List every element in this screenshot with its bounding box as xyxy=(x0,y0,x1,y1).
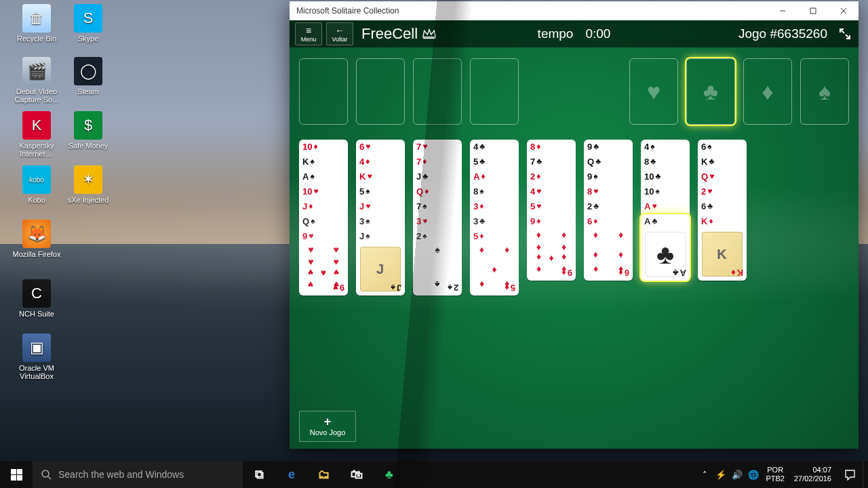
show-desktop-button[interactable] xyxy=(863,461,868,488)
card-corner-tl: 7♣ xyxy=(530,157,572,166)
edge-icon: e xyxy=(288,468,295,482)
back-button[interactable]: ← Voltar xyxy=(326,22,353,45)
svg-line-10 xyxy=(48,476,51,479)
game-title: FreeCell xyxy=(361,25,437,43)
svg-point-9 xyxy=(42,470,49,477)
skype-icon: S xyxy=(74,4,102,33)
desktop-icon-virtualbox[interactable]: ▣ Oracle VM VirtualBox xyxy=(11,333,62,380)
card-corner-tl: 5♣ xyxy=(473,157,515,166)
new-game-button[interactable]: + Novo Jogo xyxy=(299,411,356,442)
desktop[interactable]: 🗑 Recycle BinS Skype🎬 Debut Video Captur… xyxy=(0,0,868,488)
card-corner-tl: Q♠ xyxy=(302,217,344,226)
free-cell-2[interactable] xyxy=(413,58,462,125)
card-corner-br: A♣ xyxy=(673,268,686,278)
free-cell-0[interactable] xyxy=(299,58,348,125)
taskbar-app-task-view[interactable]: ⧉ xyxy=(243,461,275,488)
desktop-icon-recycle-bin[interactable]: 🗑 Recycle Bin xyxy=(11,4,62,43)
desktop-icon-safe-money[interactable]: $ Safe Money xyxy=(62,111,114,150)
solitaire-window: Microsoft Solitaire Collection ≡ Menu xyxy=(290,1,859,449)
tableau: 10♦ ♦♦♦♦♦♦♦♦♦♦ 10♦K♠ K K♠A♠ ♠ A♠10♥ ♥♥♥♥… xyxy=(290,140,859,296)
tray-language[interactable]: POR PTB2 xyxy=(762,466,789,483)
free-cell-3[interactable] xyxy=(470,58,519,125)
plus-icon: + xyxy=(324,416,332,427)
window-maximize-button[interactable] xyxy=(797,1,828,20)
action-center-button[interactable] xyxy=(837,461,863,488)
card-corner-tl: Q♣ xyxy=(587,157,629,166)
tableau-column-0[interactable]: 10♦ ♦♦♦♦♦♦♦♦♦♦ 10♦K♠ K K♠A♠ ♠ A♠10♥ ♥♥♥♥… xyxy=(299,140,348,296)
card-9-diamonds[interactable]: 9♦ ♦♦♦♦♦♦♦♦♦ 9♦ xyxy=(527,214,576,281)
foundation-diamonds[interactable]: ♦ xyxy=(743,58,792,125)
taskbar-app-edge[interactable]: e xyxy=(275,461,308,488)
desktop-icon-firefox[interactable]: 🦊 Mozilla Firefox xyxy=(11,220,62,258)
card-9-hearts[interactable]: 9♥ ♥♥♥♥♥♥♥♥♥ 9♥ xyxy=(299,229,348,296)
tableau-column-4[interactable]: 8♦ ♦♦♦♦♦♦♦♦ 8♦7♣ ♣♣♣♣♣♣♣ 7♣2♦ ♦♦ 2♦4♥ ♥♥… xyxy=(527,140,576,281)
card-corner-tl: J♣ xyxy=(416,172,458,181)
tray-icon-2[interactable]: 🔊 xyxy=(729,470,745,480)
foundation-spades[interactable]: ♠ xyxy=(800,58,849,125)
desktop-icon-debut[interactable]: 🎬 Debut Video Capture So... xyxy=(11,57,62,104)
window-close-button[interactable] xyxy=(828,1,859,20)
tray-icon-3[interactable]: 🌐 xyxy=(745,470,762,480)
free-cell-1[interactable] xyxy=(356,58,405,125)
card-corner-tl: J♠ xyxy=(359,232,401,241)
card-A-clubs[interactable]: A♣ ♣ A♣ xyxy=(641,214,690,281)
card-corner-tl: A♥ xyxy=(644,202,686,211)
card-K-diamonds[interactable]: K♦ K K♦ xyxy=(698,214,747,281)
card-corner-tl: Q♥ xyxy=(701,172,743,181)
card-2-spades[interactable]: 2♠ ♠♠ 2♠ xyxy=(413,229,462,296)
svg-rect-1 xyxy=(810,8,816,14)
back-label: Voltar xyxy=(332,36,347,43)
search-box[interactable]: Search the web and Windows xyxy=(33,461,243,488)
desktop-icon-label: Oracle VM VirtualBox xyxy=(11,364,62,380)
game-area: ≡ Menu ← Voltar FreeCell tempo 0:00 xyxy=(290,20,859,449)
menu-button[interactable]: ≡ Menu xyxy=(295,22,322,45)
card-corner-tl: 2♠ xyxy=(416,232,458,241)
tray-clock[interactable]: 04:07 27/02/2016 xyxy=(789,466,837,483)
card-5-diamonds[interactable]: 5♦ ♦♦♦♦♦ 5♦ xyxy=(470,229,519,296)
top-slots: ♥♣♦♠ xyxy=(290,58,859,125)
card-corner-tl: 7♦ xyxy=(416,157,458,166)
tray-icon-0[interactable]: ˄ xyxy=(696,470,713,480)
system-tray: ˄⚡🔊🌐 POR PTB2 04:07 27/02/2016 xyxy=(696,461,868,488)
tableau-column-3[interactable]: 4♣ ♣♣♣♣ 4♣5♣ ♣♣♣♣♣ 5♣A♦ ♦ A♦8♠ ♠♠♠♠♠♠♠♠ … xyxy=(470,140,519,296)
desktop-icon-label: Debut Video Capture So... xyxy=(11,87,62,104)
window-titlebar[interactable]: Microsoft Solitaire Collection xyxy=(290,1,859,20)
card-corner-tl: 3♠ xyxy=(359,217,401,226)
foundation-hearts[interactable]: ♥ xyxy=(629,58,678,125)
desktop-icon-nch[interactable]: C NCH Suite xyxy=(11,279,62,318)
windows-icon xyxy=(11,469,22,481)
tableau-column-5[interactable]: 9♣ ♣♣♣♣♣♣♣♣♣ 9♣Q♣ Q Q♣9♠ ♠♠♠♠♠♠♠♠♠ 9♠8♥ … xyxy=(584,140,633,281)
card-corner-tl: 9♠ xyxy=(587,172,629,181)
start-button[interactable] xyxy=(0,461,33,488)
card-corner-tl: 9♣ xyxy=(587,142,629,151)
safe-money-icon: $ xyxy=(74,111,102,140)
desktop-icon-label: Mozilla Firefox xyxy=(11,250,62,258)
window-minimize-button[interactable] xyxy=(767,1,797,20)
card-6-diamonds[interactable]: 6♦ ♦♦♦♦♦♦ 6♦ xyxy=(584,214,633,281)
taskbar-app-store[interactable]: 🛍 xyxy=(340,461,373,488)
desktop-icon-skype[interactable]: S Skype xyxy=(62,4,114,43)
desktop-icon-kaspersky[interactable]: K Kaspersky Internet ... xyxy=(11,111,62,158)
firefox-icon: 🦊 xyxy=(22,220,51,248)
card-corner-tl: 10♥ xyxy=(302,187,344,196)
tableau-column-7[interactable]: 6♠ ♠♠♠♠♠♠ 6♠K♣ K K♣Q♥ Q Q♥2♥ ♥♥ 2♥6♣ ♣♣♣… xyxy=(698,140,747,281)
card-J-spades[interactable]: J♠ J J♠ xyxy=(356,229,405,296)
desktop-icon-label: Steam xyxy=(62,87,114,96)
tableau-column-1[interactable]: 6♥ ♥♥♥♥♥♥ 6♥4♦ ♦♦♦♦ 4♦K♥ K K♥5♠ ♠♠♠♠♠ 5♠… xyxy=(356,140,405,296)
card-corner-tl: K♠ xyxy=(302,157,344,166)
desktop-icon-kobo[interactable]: kobo Kobo xyxy=(11,165,62,204)
card-corner-tl: A♣ xyxy=(644,217,686,226)
tableau-column-6[interactable]: 4♠ ♠♠♠♠ 4♠8♣ ♣♣♣♣♣♣♣♣ 8♣10♣ ♣♣♣♣♣♣♣♣♣♣ 1… xyxy=(641,140,690,281)
card-corner-br: K♦ xyxy=(731,268,743,278)
desktop-icon-steam[interactable]: ◯ Steam xyxy=(62,57,114,96)
desktop-icon-sxe[interactable]: ✶ sXe Injected xyxy=(62,165,114,204)
taskbar-app-solitaire[interactable]: ♣ xyxy=(373,461,406,488)
foundation-clubs[interactable]: ♣ xyxy=(686,58,735,125)
taskbar-app-explorer[interactable]: 🗂 xyxy=(308,461,340,488)
window-title: Microsoft Solitaire Collection xyxy=(290,6,399,16)
tableau-column-2[interactable]: 7♥ ♥♥♥♥♥♥♥ 7♥7♦ ♦♦♦♦♦♦♦ 7♦J♣ J J♣Q♦ Q Q♦… xyxy=(413,140,462,296)
card-corner-br: 9♦ xyxy=(561,268,572,278)
fullscreen-button[interactable] xyxy=(837,26,853,42)
clubs-icon: ♣ xyxy=(703,79,718,105)
tray-icon-1[interactable]: ⚡ xyxy=(713,470,729,480)
